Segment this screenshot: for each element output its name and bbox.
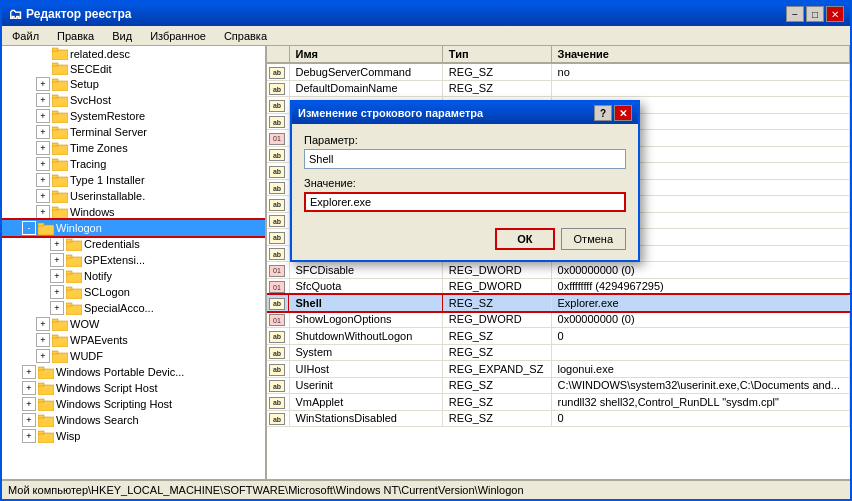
list-item[interactable]: + Windows <box>2 204 265 220</box>
list-item[interactable]: + Wisp <box>2 428 265 444</box>
list-item[interactable]: + SCLogon <box>2 284 265 300</box>
ok-button[interactable]: ОК <box>495 228 554 250</box>
dialog-help-button[interactable]: ? <box>594 105 612 121</box>
tree-expander[interactable]: + <box>36 157 50 171</box>
table-row[interactable]: abUIHostREG_EXPAND_SZlogonui.exe <box>267 361 850 378</box>
list-item[interactable]: + Time Zones <box>2 140 265 156</box>
tree-expander[interactable]: + <box>36 109 50 123</box>
reg-type: REG_SZ <box>442 394 551 411</box>
tree-expander[interactable]: + <box>36 317 50 331</box>
reg-name: SfcQuota <box>289 278 442 295</box>
list-item[interactable]: + SvcHost <box>2 92 265 108</box>
tree-expander[interactable]: + <box>50 301 64 315</box>
tree-expander[interactable]: + <box>22 413 36 427</box>
table-row[interactable]: abVmAppletREG_SZrundll32 shell32,Control… <box>267 394 850 411</box>
dialog-close-button[interactable]: ✕ <box>614 105 632 121</box>
list-item[interactable]: + WUDF <box>2 348 265 364</box>
tree-label: Winlogon <box>56 222 102 234</box>
param-input[interactable] <box>304 149 626 169</box>
cancel-button[interactable]: Отмена <box>561 228 626 250</box>
minimize-button[interactable]: − <box>786 6 804 22</box>
svg-rect-37 <box>52 335 58 338</box>
tree-label: Windows Portable Devic... <box>56 366 184 378</box>
maximize-button[interactable]: □ <box>806 6 824 22</box>
reg-type-icon: ab <box>267 328 289 345</box>
list-item[interactable]: + WPAEvents <box>2 332 265 348</box>
tree-expander[interactable]: + <box>36 77 50 91</box>
menu-file[interactable]: Файл <box>6 28 45 44</box>
table-row[interactable]: 01ShowLogonOptionsREG_DWORD0x00000000 (0… <box>267 311 850 328</box>
list-item[interactable]: + Windows Search <box>2 412 265 428</box>
list-item[interactable]: + Type 1 Installer <box>2 172 265 188</box>
tree-expander[interactable]: + <box>36 93 50 107</box>
param-label: Параметр: <box>304 134 626 146</box>
list-item[interactable]: + GPExtensi... <box>2 252 265 268</box>
menu-help[interactable]: Справка <box>218 28 273 44</box>
tree-expander[interactable]: + <box>22 365 36 379</box>
reg-type: REG_SZ <box>442 410 551 427</box>
tree-expander[interactable]: + <box>22 397 36 411</box>
list-item[interactable]: + Userinstallable. <box>2 188 265 204</box>
tree-expander[interactable]: + <box>50 253 64 267</box>
list-item[interactable]: + Setup <box>2 76 265 92</box>
svg-rect-3 <box>52 63 58 66</box>
tree-label: Setup <box>70 78 99 90</box>
svg-rect-28 <box>66 273 82 283</box>
list-item[interactable]: + Windows Script Host <box>2 380 265 396</box>
table-row[interactable]: 01SFCDisableREG_DWORD0x00000000 (0) <box>267 262 850 279</box>
tree-panel[interactable]: related.desc SECEdit + Setup + SvcHost +… <box>2 46 267 479</box>
tree-expander[interactable]: + <box>50 285 64 299</box>
tree-label: Windows Search <box>56 414 139 426</box>
tree-label: WOW <box>70 318 99 330</box>
table-row[interactable]: abWinStationsDisabledREG_SZ0 <box>267 410 850 427</box>
tree-label: GPExtensi... <box>84 254 145 266</box>
table-row[interactable]: abDefaultDomainNameREG_SZ <box>267 80 850 97</box>
tree-expander[interactable]: + <box>36 189 50 203</box>
list-item[interactable]: + Windows Scripting Host <box>2 396 265 412</box>
list-item[interactable]: + Tracing <box>2 156 265 172</box>
menu-view[interactable]: Вид <box>106 28 138 44</box>
list-item[interactable]: + SystemRestore <box>2 108 265 124</box>
table-row[interactable]: abShutdownWithoutLogonREG_SZ0 <box>267 328 850 345</box>
value-input[interactable] <box>304 192 626 212</box>
table-row[interactable]: abSystemREG_SZ <box>267 344 850 361</box>
tree-expander[interactable]: + <box>36 141 50 155</box>
svg-rect-41 <box>38 367 44 370</box>
list-item[interactable]: + Credentials <box>2 236 265 252</box>
list-item[interactable]: SECEdit <box>2 61 265 76</box>
tree-expander[interactable]: + <box>22 429 36 443</box>
table-row[interactable]: abUserinitREG_SZC:\WINDOWS\system32\user… <box>267 377 850 394</box>
list-item[interactable]: + Windows Portable Devic... <box>2 364 265 380</box>
reg-type: REG_DWORD <box>442 262 551 279</box>
list-item[interactable]: + Notify <box>2 268 265 284</box>
table-row[interactable]: abShellREG_SZExplorer.exe <box>267 295 850 312</box>
tree-expander[interactable]: + <box>36 173 50 187</box>
tree-expander[interactable]: + <box>36 349 50 363</box>
list-item[interactable]: related.desc <box>2 46 265 61</box>
tree-expander[interactable]: + <box>50 269 64 283</box>
svg-rect-16 <box>52 177 68 187</box>
table-row[interactable]: abDebugServerCommandREG_SZno <box>267 63 850 80</box>
reg-name: Shell <box>289 295 442 312</box>
tree-expander[interactable]: - <box>22 221 36 235</box>
svg-rect-43 <box>38 383 44 386</box>
tree-expander[interactable]: + <box>36 205 50 219</box>
reg-name: DefaultDomainName <box>289 80 442 97</box>
tree-expander[interactable]: + <box>50 237 64 251</box>
list-item[interactable]: + Terminal Server <box>2 124 265 140</box>
menu-edit[interactable]: Правка <box>51 28 100 44</box>
menu-favorites[interactable]: Избранное <box>144 28 212 44</box>
tree-expander[interactable]: + <box>36 125 50 139</box>
table-row[interactable]: 01SfcQuotaREG_DWORD0xffffffff (429496729… <box>267 278 850 295</box>
tree-expander[interactable]: + <box>36 333 50 347</box>
svg-rect-12 <box>52 145 68 155</box>
reg-type: REG_SZ <box>442 63 551 80</box>
reg-type: REG_SZ <box>442 80 551 97</box>
tree-item-winlogon[interactable]: - Winlogon <box>2 220 265 236</box>
list-item[interactable]: + SpecialAcco... <box>2 300 265 316</box>
list-item[interactable]: + WOW <box>2 316 265 332</box>
reg-type-icon: ab <box>267 97 289 114</box>
close-button[interactable]: ✕ <box>826 6 844 22</box>
reg-value: logonui.exe <box>551 361 849 378</box>
tree-expander[interactable]: + <box>22 381 36 395</box>
